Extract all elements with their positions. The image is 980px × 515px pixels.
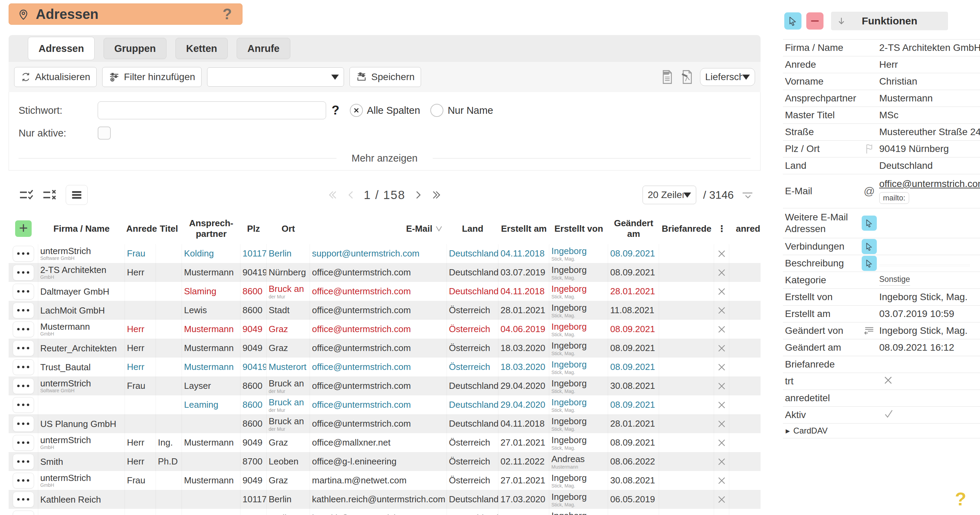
cell-email[interactable]: office@untermstrich.com [310,339,447,358]
row-actions-button[interactable] [13,473,34,488]
pdf-file-icon[interactable] [680,70,695,84]
row-actions-button[interactable] [13,246,34,262]
clear-icon[interactable] [716,286,727,297]
saved-filter-select[interactable] [207,67,344,87]
kategorie-value[interactable]: Sonstige [879,275,910,286]
deselect-all-icon[interactable] [42,188,58,202]
cell-email[interactable]: office@untermstrich.com [310,320,447,339]
row-actions-button[interactable] [13,492,34,507]
cell-email[interactable]: kathleen.reich@untermstrich.com [310,490,447,509]
table-row[interactable]: Daltmayer GmbH Slaming 8600 Bruck an der… [9,282,760,301]
open-beschreibung-button[interactable] [862,256,877,271]
open-verbindungen-button[interactable] [862,239,877,254]
clear-icon[interactable] [716,305,727,316]
clear-icon[interactable] [716,438,727,448]
cell-email[interactable]: office@untermstrich.com [310,414,447,433]
rows-per-page-select[interactable]: 20 Zeilen [643,186,696,204]
header-anrede[interactable]: Anrede [125,224,156,234]
last-page-icon[interactable] [431,189,443,201]
cell-email[interactable]: support@untermstrich.com [310,244,447,263]
row-actions-button[interactable] [13,416,34,432]
show-more-link[interactable]: Mehr anzeigen [352,153,418,164]
save-button[interactable]: Speichern [350,67,421,87]
cell-email[interactable]: office@untermstrich.com [310,395,447,414]
header-titel[interactable]: Titel [156,224,182,234]
header-erstellt-am[interactable]: Erstellt am [498,224,549,234]
radio-alle-spalten-label[interactable]: Alle Spalten [367,105,420,116]
cell-email[interactable]: office@untermstrich.com [310,358,447,377]
tab-adressen[interactable]: Adressen [28,37,95,60]
open-weitere-email-button[interactable] [862,216,877,230]
clear-icon[interactable] [716,362,727,372]
history-icon[interactable] [859,325,879,336]
header-more[interactable]: ⋮ [714,224,729,234]
cell-email[interactable]: office@untermstrich.com [310,301,447,320]
header-geaendert-am[interactable]: Geändert am [608,218,659,239]
clear-icon[interactable] [716,381,727,391]
header-email[interactable]: E-Mail [310,224,447,234]
collapse-icon[interactable] [741,189,754,201]
table-row[interactable]: Mustermann GmbH Herr Mustermann 9049 Gra… [9,320,760,339]
header-anredetitel[interactable]: anredetitel [729,224,760,234]
cell-email[interactable]: office@mallxner.net [310,433,447,452]
csv-file-icon[interactable] [660,70,675,84]
clear-icon[interactable] [716,513,727,515]
row-actions-button[interactable] [13,359,34,375]
table-row[interactable]: untermStrich GmbH Herr Ing. Mustermann 9… [9,433,760,452]
remove-button[interactable] [806,13,824,30]
next-page-icon[interactable] [412,189,424,201]
radio-alle-spalten[interactable] [350,104,363,117]
table-row[interactable]: 2-TS Architekten GmbH Herr Mustermann 90… [9,263,760,282]
help-icon[interactable]: ? [223,5,232,23]
header-ansprechpartner[interactable]: Ansprech-partner [182,218,240,239]
add-column-button[interactable]: + [15,220,32,237]
row-actions-button[interactable] [13,397,34,413]
table-row[interactable]: Karin Smith 10117 Berlin k.smith@unterms… [9,509,760,515]
funktionen-button[interactable]: Funktionen [831,12,948,30]
row-actions-button[interactable] [13,284,34,299]
menu-button[interactable] [66,185,88,205]
cell-email[interactable]: k.smith@untermstrich.com [310,509,447,515]
tab-gruppen[interactable]: Gruppen [103,38,167,59]
row-actions-button[interactable] [13,378,34,394]
table-row[interactable]: US Planung GmbH 8600 Bruck an der Mur of… [9,414,760,433]
row-actions-button[interactable] [13,510,34,515]
active-only-checkbox[interactable] [98,127,111,140]
cursor-select-button[interactable] [784,13,802,30]
cell-email[interactable]: martina.m@netwet.com [310,471,447,490]
table-row[interactable]: Smith Herr Ph.D 8700 Leoben office@g-l.e… [9,452,760,471]
row-actions-button[interactable] [13,265,34,281]
header-land[interactable]: Land [447,224,498,234]
table-row[interactable]: untermStrich Software GmbH Frau Layser 8… [9,377,760,395]
corner-help-icon[interactable]: ? [955,488,966,510]
table-row[interactable]: LachMoit GmbH Lewis 8600 Stadt office@un… [9,301,760,320]
header-firma[interactable]: Firma / Name [38,224,125,234]
mailto-badge[interactable]: mailto: [879,192,909,204]
clear-icon[interactable] [716,400,727,410]
row-actions-button[interactable] [13,454,34,470]
clear-icon[interactable] [716,419,727,429]
clear-icon[interactable] [716,324,727,334]
clear-icon[interactable] [716,267,727,278]
clear-icon[interactable] [716,248,727,259]
cell-email[interactable]: office@g-l.enineering [310,452,447,471]
clear-icon[interactable] [716,494,727,505]
row-actions-button[interactable] [13,302,34,318]
cell-email[interactable]: office@untermstrich.com [310,377,447,395]
cell-email[interactable]: office@untermstrich.com [310,282,447,301]
table-row[interactable]: Kathleen Reich 10117 Berlin kathleen.rei… [9,490,760,509]
table-row[interactable]: untermStrich GmbH Frau Mustermann 9049 G… [9,471,760,490]
tab-anrufe[interactable]: Anrufe [237,38,290,59]
table-row[interactable]: Reuter_Architekten Herr Mustermann 9049 … [9,339,760,358]
table-row[interactable]: untermStrich Software GmbH Frau Kolding … [9,244,760,263]
email-link[interactable]: office@untermstrich.com [879,178,980,189]
header-ort[interactable]: Ort [267,224,310,234]
header-erstellt-von[interactable]: Erstellt von [549,224,608,234]
search-help-icon[interactable]: ? [332,103,339,118]
row-actions-button[interactable] [13,340,34,356]
row-actions-button[interactable] [13,435,34,451]
radio-nur-name-label[interactable]: Nur Name [447,105,493,116]
row-actions-button[interactable] [13,321,34,337]
keyword-input[interactable] [98,102,326,119]
delivery-note-select[interactable]: Liefersche [700,68,755,86]
